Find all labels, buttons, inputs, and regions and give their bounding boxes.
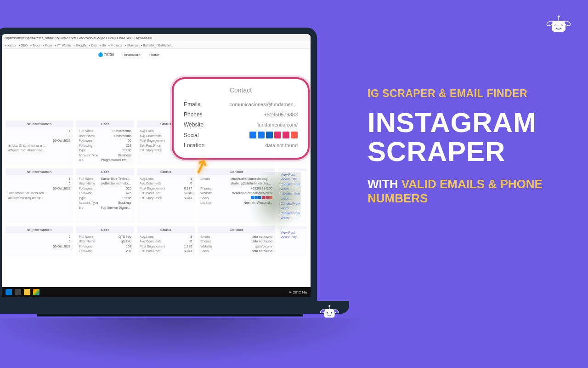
popup-social-label: Social xyxy=(184,132,199,138)
task-app-icon[interactable] xyxy=(15,289,21,295)
weather-widget[interactable]: ☀ 28°C Ha xyxy=(288,290,307,294)
logo-robot-icon xyxy=(545,11,572,39)
column-header: User xyxy=(76,121,134,127)
bookmark-item[interactable]: ▪ SEO xyxy=(19,44,28,47)
mascot-icon xyxy=(319,302,340,323)
popup-phones-label: Phones xyxy=(184,111,203,118)
column-header: st Information xyxy=(6,168,73,175)
data-row: BioFull-Service Digital Marke... xyxy=(79,206,131,211)
bookmark-item[interactable]: ▪ counts xyxy=(5,44,16,47)
bookmarks-bar[interactable]: ▪ counts▪ SEO▪ Tools▪ More▪ YT Works▪ Sh… xyxy=(2,42,311,49)
data-row: Post Engagement1.880 xyxy=(140,244,192,249)
data-row: Est. Post Price$0-$0 xyxy=(140,191,192,196)
data-row: #Wordpress, #Fundame... xyxy=(8,148,70,153)
svg-point-6 xyxy=(328,305,330,307)
column-header: st Information xyxy=(6,121,73,127)
data-row: User Namefundamentio xyxy=(79,134,131,139)
svg-rect-0 xyxy=(552,21,565,32)
column-header: User xyxy=(76,226,134,233)
instagram-icon[interactable] xyxy=(274,132,281,138)
hero-footer: WITH VALID EMAILS & PHONE NUMBERS xyxy=(368,177,570,206)
data-row: ◉ Alto: Si administras a ... xyxy=(8,144,70,149)
taskbar[interactable]: ☀ 28°C Ha xyxy=(2,287,311,297)
app-header: 78730 Dashboard Platfor xyxy=(2,49,311,61)
hero-title: INSTAGRAM SCRAPER xyxy=(368,108,570,166)
popup-location-value: data not found xyxy=(266,143,298,148)
hero-text-block: IG SCRAPER & EMAIL FINDER INSTAGRAM SCRA… xyxy=(368,87,570,206)
bookmark-item[interactable]: ▪ Tools xyxy=(30,44,40,47)
bookmark-item[interactable]: ▪ iMacros xyxy=(125,44,138,47)
data-row: Full NameFundamentio xyxy=(79,129,131,134)
credits-icon xyxy=(98,52,103,57)
data-row: Account TypeBusiness xyxy=(79,201,131,206)
data-row: Followers515 xyxy=(79,186,131,191)
nav-dashboard[interactable]: Dashboard xyxy=(122,53,140,57)
data-row: Followers66 xyxy=(79,138,131,144)
data-row: Est. Post Price$0-$1 xyxy=(140,249,192,254)
facebook-icon[interactable] xyxy=(258,132,265,138)
popup-location-label: Location xyxy=(184,142,204,149)
data-row: #businesslisting #busin... xyxy=(8,196,70,201)
data-row: Avg.Likes3 xyxy=(140,235,192,240)
data-row: 0 xyxy=(8,235,70,240)
instagram-icon[interactable] xyxy=(283,132,289,138)
laptop-mockup: rdpressdeveloper&refer_str=d29y2l8yZXNz2… xyxy=(0,28,354,336)
popup-social-icons xyxy=(249,132,298,138)
bookmark-item[interactable]: ▪ Ub xyxy=(100,44,106,47)
data-row: Following218 xyxy=(79,144,131,149)
popup-emails-label: Emails xyxy=(184,101,200,108)
data-row: Avg.Comments0 xyxy=(140,239,192,244)
data-row: Full NameQTS Info xyxy=(79,235,131,240)
svg-point-9 xyxy=(331,312,332,313)
data-row: Avg.Comments0 xyxy=(140,181,192,186)
bookmark-item[interactable]: ▪ Shopify xyxy=(74,44,86,47)
data-row: Est. Story Price$0-$1 xyxy=(140,196,192,201)
svg-point-1 xyxy=(558,16,560,18)
chrome-icon[interactable] xyxy=(33,289,40,295)
svg-rect-5 xyxy=(324,309,335,317)
url-bar[interactable]: rdpressdeveloper&refer_str=d29y2l8yZXNz2… xyxy=(2,34,311,42)
bookmark-item[interactable]: ▪ More xyxy=(43,44,52,47)
data-row: User Namestellarbluetechnologies xyxy=(79,181,131,186)
data-row: TypePublic xyxy=(79,196,131,201)
data-row: User Nameqts.info xyxy=(79,239,131,244)
data-row: TypePublic xyxy=(79,148,131,153)
linkedin-icon[interactable] xyxy=(266,132,273,138)
data-row: Account TypeBusiness xyxy=(79,153,131,158)
data-row: 0 xyxy=(8,181,70,186)
data-row: 0 xyxy=(8,239,70,244)
data-row: 1 xyxy=(8,177,70,182)
svg-point-8 xyxy=(327,312,328,313)
data-row: BioProgramamos empresas... xyxy=(79,158,131,163)
column-header xyxy=(278,168,307,171)
data-row: 06 Oct 2022 xyxy=(8,244,70,249)
data-row: Followers169 xyxy=(79,244,131,249)
windows-start-icon[interactable] xyxy=(6,289,12,295)
column-header: User xyxy=(76,168,134,175)
popup-website-label: Website xyxy=(184,121,204,128)
instagram-icon[interactable] xyxy=(291,132,298,138)
data-row: Post Engagement0.337 xyxy=(140,186,192,191)
data-row: Avg.Likes1 xyxy=(140,177,192,182)
data-row: Socialdata not found xyxy=(200,249,272,254)
popup-title: Contact xyxy=(184,86,298,94)
bookmark-item[interactable]: ▪ Projects xyxy=(108,44,122,47)
column-header: Status xyxy=(137,226,195,233)
data-row: Following475 xyxy=(79,191,131,196)
facebook-icon[interactable] xyxy=(249,132,256,138)
bookmark-item[interactable]: ▪ YT Works xyxy=(55,44,71,47)
bookmark-item[interactable]: ▪ Battlelog / Battlefiel... xyxy=(141,44,173,47)
data-row: Following231 xyxy=(79,249,131,254)
nav-platform[interactable]: Platfor xyxy=(149,53,159,57)
data-row: 06 Oct 2022 xyxy=(8,186,70,191)
popup-website-value: fundamentio.com/ xyxy=(258,122,298,127)
task-app-icon[interactable] xyxy=(24,289,30,295)
column-header: Status xyxy=(137,168,195,175)
data-row: Websiteqtsinfo.com/ xyxy=(200,244,272,249)
bookmark-item[interactable]: ▪ Day xyxy=(89,44,97,47)
data-row: 0 xyxy=(8,134,70,139)
data-row: 1 xyxy=(8,129,70,134)
data-row: Phonesdata not found xyxy=(200,239,272,244)
hero-subtitle: IG SCRAPER & EMAIL FINDER xyxy=(368,87,570,100)
data-row: The amount of users sea... xyxy=(8,191,70,196)
